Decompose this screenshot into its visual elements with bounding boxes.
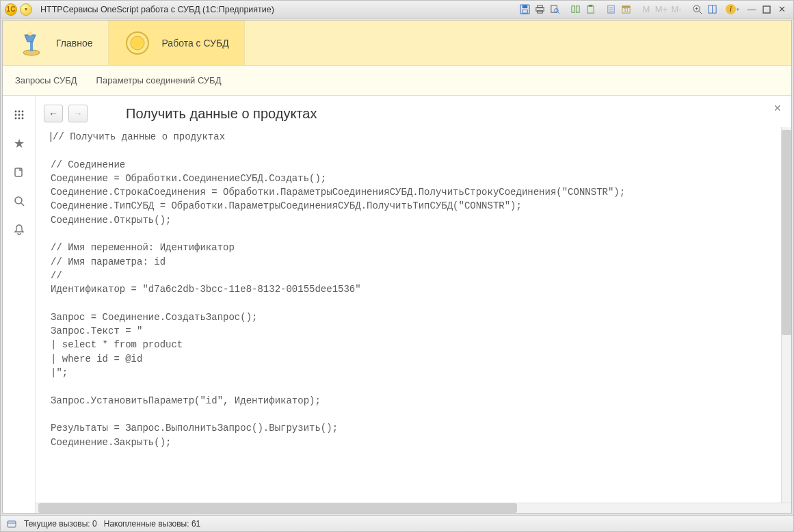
tab-dbms[interactable]: Работа с СУБД	[109, 21, 245, 65]
status-bar: Текущие вызовы: 0 Накопленные вызовы: 61	[1, 515, 793, 531]
code-text: // Получить данные о продуктах // Соедин…	[51, 130, 777, 449]
section-tabs: Главное Работа с СУБД	[3, 21, 791, 66]
svg-point-32	[14, 111, 16, 113]
minimize-button[interactable]: —	[744, 3, 759, 16]
svg-point-34	[21, 111, 23, 113]
panel-toggle-icon[interactable]	[704, 3, 719, 16]
tab-dbms-label: Работа с СУБД	[162, 38, 229, 49]
svg-point-35	[14, 114, 16, 116]
svg-rect-28	[30, 42, 33, 51]
app-logo-text: 1C	[7, 5, 16, 13]
window-title: HTTPСервисы OneScript работа с СУБД (1С:…	[40, 5, 274, 14]
memory-mminus-icon[interactable]: M-	[669, 3, 684, 16]
svg-rect-9	[571, 6, 574, 12]
svg-rect-26	[763, 6, 770, 13]
svg-rect-12	[588, 5, 592, 7]
nav-back-button[interactable]: ←	[44, 105, 63, 122]
client-area: Главное Работа с СУБД Запросы СУБД Парам…	[2, 20, 792, 514]
svg-text:31: 31	[623, 8, 628, 12]
svg-point-31	[131, 36, 144, 50]
search-icon[interactable]	[11, 193, 27, 209]
subnav-requests[interactable]: Запросы СУБД	[15, 75, 77, 85]
status-current: Текущие вызовы: 0	[24, 519, 97, 529]
app-menu-dropdown[interactable]: ▾	[20, 3, 32, 16]
vertical-scrollbar[interactable]	[781, 127, 791, 503]
document-close-button[interactable]: ✕	[773, 103, 782, 114]
coin-icon	[124, 29, 151, 57]
app-logo-1c[interactable]: 1C	[5, 3, 17, 16]
preview-icon[interactable]	[547, 3, 562, 16]
code-content: // Получить данные о продуктах // Соедин…	[51, 131, 625, 448]
code-viewport[interactable]: // Получить данные о продуктах // Соедин…	[36, 127, 781, 503]
help-icon[interactable]: i▾	[725, 3, 740, 16]
save-icon[interactable]	[517, 3, 532, 16]
clipboard-icon[interactable]	[583, 3, 598, 16]
svg-point-29	[28, 31, 32, 36]
subnav: Запросы СУБД Параметры соединений СУБД	[3, 66, 791, 96]
svg-rect-41	[15, 168, 22, 176]
calendar-icon[interactable]: 31	[618, 3, 633, 16]
status-icon	[6, 518, 17, 529]
desk-lamp-icon	[18, 29, 45, 57]
print-icon[interactable]	[532, 3, 547, 16]
subnav-conn-params[interactable]: Параметры соединений СУБД	[96, 75, 222, 85]
status-accum: Накопленные вызовы: 61	[104, 519, 201, 529]
close-button[interactable]: ✕	[774, 3, 789, 16]
titlebar: 1C ▾ HTTPСервисы OneScript работа с СУБД…	[1, 1, 793, 18]
maximize-button[interactable]	[759, 3, 774, 16]
memory-mplus-icon[interactable]: M+	[654, 3, 669, 16]
favorites-star-icon[interactable]: ★	[11, 135, 27, 152]
svg-point-36	[18, 114, 20, 116]
history-icon[interactable]	[11, 164, 27, 181]
svg-line-21	[699, 11, 702, 14]
zoom-icon[interactable]	[689, 3, 704, 16]
svg-rect-44	[8, 521, 16, 527]
text-cursor	[51, 132, 51, 142]
titlebar-left: 1C ▾	[5, 3, 32, 16]
document-header: ← → Получить данные о продуктах ✕	[36, 96, 791, 127]
vertical-scroll-handle[interactable]	[782, 130, 791, 335]
compare-icon[interactable]	[568, 3, 583, 16]
apps-grid-icon[interactable]	[11, 107, 27, 123]
svg-point-40	[21, 118, 23, 120]
svg-rect-10	[576, 6, 579, 12]
svg-point-33	[18, 111, 20, 113]
memory-m-icon[interactable]: M	[639, 3, 654, 16]
svg-point-42	[15, 197, 22, 204]
svg-point-38	[14, 118, 16, 120]
document-title: Получить данные о продуктах	[126, 106, 317, 122]
left-toolbar: ★	[3, 96, 36, 513]
workspace: ★ ← → Получить данные о продуктах ✕ // П…	[3, 96, 791, 513]
tab-main-label: Главное	[56, 38, 93, 49]
svg-line-8	[557, 12, 559, 14]
svg-line-43	[21, 203, 24, 206]
svg-point-37	[21, 114, 23, 116]
notifications-bell-icon[interactable]	[11, 222, 27, 238]
horizontal-scroll-handle[interactable]	[38, 503, 517, 513]
svg-rect-2	[522, 10, 527, 13]
svg-point-39	[18, 118, 20, 120]
svg-rect-11	[587, 6, 593, 13]
status-accum-label: Накопленные вызовы:	[104, 519, 189, 529]
tab-main[interactable]: Главное	[3, 21, 109, 65]
document-area: ← → Получить данные о продуктах ✕ // Пол…	[36, 96, 791, 513]
status-accum-value: 61	[191, 519, 200, 529]
status-current-value: 0	[92, 519, 97, 529]
horizontal-scrollbar[interactable]	[36, 503, 791, 513]
status-current-label: Текущие вызовы:	[24, 519, 90, 529]
nav-forward-button[interactable]: →	[68, 105, 88, 122]
svg-rect-1	[522, 5, 527, 8]
calculator-icon[interactable]	[603, 3, 618, 16]
